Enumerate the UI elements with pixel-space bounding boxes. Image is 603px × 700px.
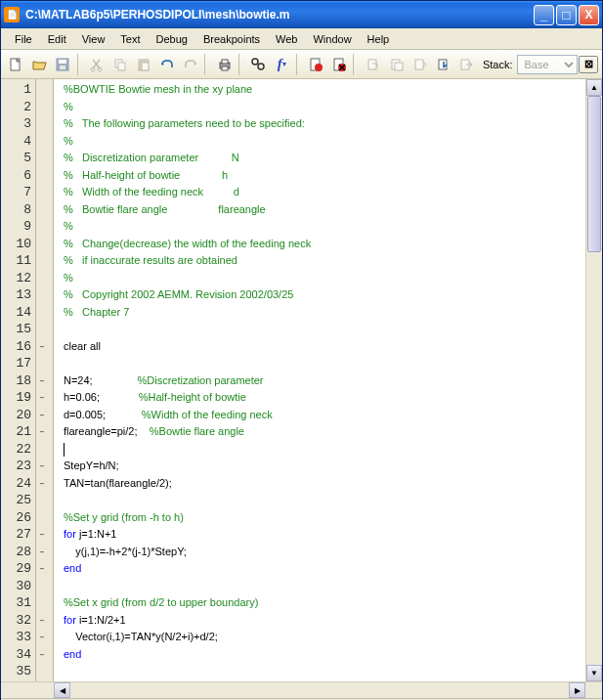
- code-line[interactable]: N=24; %Discretization parameter: [64, 372, 585, 390]
- code-line[interactable]: % The following parameters need to be sp…: [64, 115, 585, 133]
- code-line[interactable]: % Half-height of bowtie h: [64, 167, 585, 185]
- line-number[interactable]: 2: [1, 99, 35, 116]
- line-number[interactable]: 22: [1, 441, 35, 459]
- breakpoint-marker[interactable]: [36, 578, 53, 595]
- code-line[interactable]: % Copyright 2002 AEMM. Revision 2002/03/…: [64, 286, 585, 304]
- breakpoint-marker[interactable]: -: [36, 560, 53, 578]
- line-number[interactable]: 15: [1, 321, 35, 338]
- breakpoint-marker[interactable]: [36, 99, 53, 116]
- line-number[interactable]: 6: [1, 167, 35, 185]
- breakpoint-marker[interactable]: [36, 201, 53, 219]
- code-line[interactable]: end: [64, 560, 585, 578]
- line-number[interactable]: 7: [1, 184, 35, 201]
- code-line[interactable]: [64, 492, 585, 509]
- menu-window[interactable]: Window: [305, 31, 359, 47]
- breakpoint-marker[interactable]: [36, 252, 53, 270]
- line-number[interactable]: 5: [1, 150, 35, 167]
- minimize-button[interactable]: _: [534, 5, 554, 25]
- print-icon[interactable]: [213, 54, 236, 75]
- code-editor[interactable]: %BOWTIE Bowtie mesh in the xy plane%% Th…: [54, 79, 585, 681]
- open-file-icon[interactable]: [28, 54, 51, 75]
- breakpoint-column[interactable]: -------------: [36, 79, 54, 681]
- breakpoint-marker[interactable]: [36, 184, 53, 201]
- code-line[interactable]: h=0.06; %Half-height of bowtie: [64, 389, 585, 407]
- line-number[interactable]: 35: [1, 663, 35, 680]
- scroll-thumb[interactable]: [587, 96, 601, 252]
- code-line[interactable]: [64, 578, 585, 595]
- exit-debug-icon[interactable]: [455, 54, 478, 75]
- code-line[interactable]: StepY=h/N;: [64, 458, 585, 475]
- close-doc-icon[interactable]: ⊠: [579, 56, 598, 73]
- breakpoint-marker[interactable]: [36, 133, 53, 151]
- code-line[interactable]: %: [64, 99, 585, 116]
- breakpoint-marker[interactable]: -: [36, 338, 53, 356]
- code-line[interactable]: flareangle=pi/2; %Bowtie flare angle: [64, 423, 585, 441]
- redo-icon[interactable]: [179, 54, 201, 75]
- line-number[interactable]: 17: [1, 355, 35, 372]
- maximize-button[interactable]: □: [556, 5, 577, 25]
- breakpoint-marker[interactable]: [36, 663, 53, 680]
- menu-view[interactable]: View: [74, 31, 113, 47]
- line-number[interactable]: 28: [1, 544, 35, 561]
- line-number[interactable]: 12: [1, 270, 35, 287]
- breakpoint-marker[interactable]: [36, 167, 53, 185]
- line-number[interactable]: 13: [1, 286, 35, 304]
- line-number[interactable]: 25: [1, 492, 35, 509]
- paste-icon[interactable]: [132, 54, 154, 75]
- line-number[interactable]: 27: [1, 526, 35, 544]
- breakpoint-marker[interactable]: -: [36, 629, 53, 646]
- code-line[interactable]: %Set x grid (from d/2 to upper boundary): [64, 594, 585, 612]
- close-button[interactable]: X: [579, 5, 599, 25]
- line-number[interactable]: 18: [1, 372, 35, 390]
- code-line[interactable]: for j=1:N+1: [64, 526, 585, 544]
- breakpoint-marker[interactable]: [36, 81, 53, 99]
- breakpoint-marker[interactable]: [36, 594, 53, 612]
- breakpoint-marker[interactable]: -: [36, 407, 53, 424]
- code-line[interactable]: Vector(i,1)=TAN*y(N/2+i)+d/2;: [64, 629, 585, 646]
- step-in-icon[interactable]: [385, 54, 408, 75]
- line-number[interactable]: 29: [1, 560, 35, 578]
- code-line[interactable]: [64, 663, 585, 680]
- line-number[interactable]: 1: [1, 81, 35, 99]
- line-gutter[interactable]: 1234567891011121314151617181920212223242…: [1, 79, 36, 681]
- menu-web[interactable]: Web: [268, 31, 305, 47]
- breakpoint-marker[interactable]: [36, 286, 53, 304]
- breakpoint-marker[interactable]: -: [36, 423, 53, 441]
- step-icon[interactable]: [362, 54, 384, 75]
- copy-icon[interactable]: [109, 54, 132, 75]
- code-line[interactable]: [64, 355, 585, 372]
- code-line[interactable]: % Width of the feeding neck d: [64, 184, 585, 201]
- code-line[interactable]: % Bowtie flare angle flareangle: [64, 201, 585, 219]
- line-number[interactable]: 19: [1, 389, 35, 407]
- code-line[interactable]: [64, 321, 585, 338]
- line-number[interactable]: 23: [1, 458, 35, 475]
- breakpoint-marker[interactable]: [36, 321, 53, 338]
- clear-breakpoint-icon[interactable]: [328, 54, 351, 75]
- code-line[interactable]: % Discretization parameter N: [64, 150, 585, 167]
- line-number[interactable]: 14: [1, 304, 35, 322]
- code-line[interactable]: % Chapter 7: [64, 304, 585, 322]
- breakpoint-marker[interactable]: -: [36, 612, 53, 630]
- breakpoint-marker[interactable]: -: [36, 646, 53, 664]
- breakpoint-marker[interactable]: [36, 304, 53, 322]
- code-line[interactable]: clear all: [64, 338, 585, 356]
- line-number[interactable]: 31: [1, 594, 35, 612]
- menu-text[interactable]: Text: [112, 31, 148, 47]
- set-breakpoint-icon[interactable]: [305, 54, 327, 75]
- code-line[interactable]: %Set y grid (from -h to h): [64, 509, 585, 527]
- breakpoint-marker[interactable]: [36, 218, 53, 236]
- menu-file[interactable]: File: [7, 31, 40, 47]
- breakpoint-marker[interactable]: -: [36, 389, 53, 407]
- scroll-left-icon[interactable]: ◀: [54, 682, 70, 698]
- line-number[interactable]: 9: [1, 218, 35, 236]
- stack-select[interactable]: Base: [517, 55, 578, 74]
- line-number[interactable]: 4: [1, 133, 35, 151]
- menu-help[interactable]: Help: [360, 31, 398, 47]
- continue-icon[interactable]: [432, 54, 454, 75]
- horizontal-scrollbar[interactable]: ◀ ▶: [1, 681, 602, 698]
- new-file-icon[interactable]: [5, 54, 27, 75]
- breakpoint-marker[interactable]: -: [36, 544, 53, 561]
- breakpoint-marker[interactable]: [36, 355, 53, 372]
- line-number[interactable]: 24: [1, 475, 35, 493]
- breakpoint-marker[interactable]: [36, 509, 53, 527]
